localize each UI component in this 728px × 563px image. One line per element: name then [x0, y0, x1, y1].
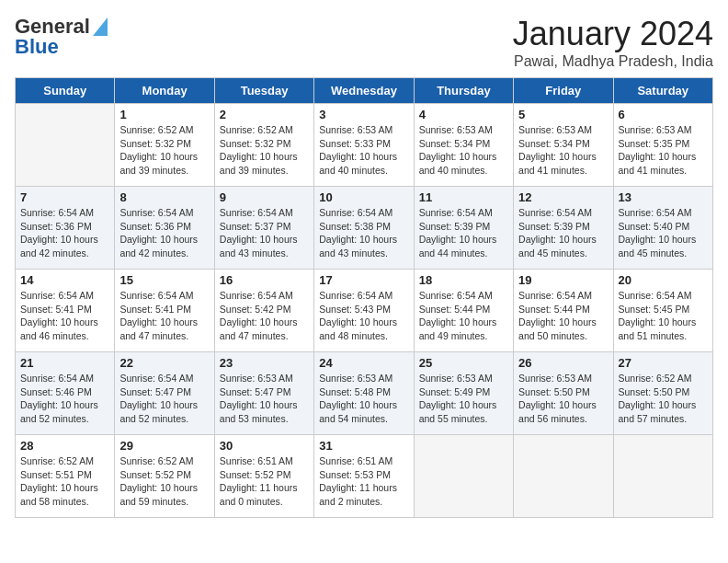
- calendar-day-cell: 14Sunrise: 6:54 AM Sunset: 5:41 PM Dayli…: [16, 270, 115, 352]
- calendar-day-cell: [16, 104, 115, 187]
- day-info: Sunrise: 6:54 AM Sunset: 5:45 PM Dayligh…: [619, 289, 708, 343]
- weekday-header-saturday: Saturday: [613, 78, 712, 104]
- day-info: Sunrise: 6:53 AM Sunset: 5:34 PM Dayligh…: [419, 123, 508, 178]
- day-number: 9: [220, 190, 309, 204]
- day-info: Sunrise: 6:52 AM Sunset: 5:52 PM Dayligh…: [119, 454, 209, 509]
- day-info: Sunrise: 6:51 AM Sunset: 5:53 PM Dayligh…: [319, 454, 408, 509]
- day-info: Sunrise: 6:54 AM Sunset: 5:41 PM Dayligh…: [20, 289, 109, 343]
- calendar-week-row: 21Sunrise: 6:54 AM Sunset: 5:46 PM Dayli…: [16, 352, 713, 435]
- day-info: Sunrise: 6:53 AM Sunset: 5:35 PM Dayligh…: [619, 123, 708, 178]
- calendar-day-cell: 18Sunrise: 6:54 AM Sunset: 5:44 PM Dayli…: [414, 270, 513, 352]
- day-info: Sunrise: 6:51 AM Sunset: 5:52 PM Dayligh…: [220, 454, 309, 509]
- day-number: 4: [419, 108, 508, 121]
- day-info: Sunrise: 6:54 AM Sunset: 5:46 PM Dayligh…: [20, 372, 109, 426]
- weekday-header-friday: Friday: [514, 78, 613, 104]
- calendar-day-cell: 28Sunrise: 6:52 AM Sunset: 5:51 PM Dayli…: [16, 435, 115, 518]
- day-number: 12: [518, 190, 608, 204]
- day-info: Sunrise: 6:52 AM Sunset: 5:50 PM Dayligh…: [619, 372, 708, 426]
- day-number: 7: [20, 190, 109, 204]
- day-info: Sunrise: 6:54 AM Sunset: 5:38 PM Dayligh…: [319, 206, 408, 260]
- calendar-day-cell: 7Sunrise: 6:54 AM Sunset: 5:36 PM Daylig…: [16, 187, 115, 270]
- day-number: 30: [220, 439, 309, 453]
- day-number: 22: [119, 356, 209, 370]
- day-info: Sunrise: 6:54 AM Sunset: 5:39 PM Dayligh…: [518, 206, 608, 260]
- calendar-day-cell: 3Sunrise: 6:53 AM Sunset: 5:33 PM Daylig…: [314, 104, 414, 187]
- day-info: Sunrise: 6:54 AM Sunset: 5:40 PM Dayligh…: [619, 206, 708, 260]
- day-number: 31: [319, 439, 408, 453]
- weekday-header-sunday: Sunday: [16, 78, 115, 104]
- calendar-day-cell: 10Sunrise: 6:54 AM Sunset: 5:38 PM Dayli…: [314, 187, 414, 270]
- calendar-week-row: 28Sunrise: 6:52 AM Sunset: 5:51 PM Dayli…: [16, 435, 713, 518]
- month-title: January 2024: [513, 15, 713, 53]
- location: Pawai, Madhya Pradesh, India: [513, 53, 713, 70]
- calendar-day-cell: 2Sunrise: 6:52 AM Sunset: 5:32 PM Daylig…: [214, 104, 313, 187]
- weekday-header-tuesday: Tuesday: [214, 78, 313, 104]
- day-number: 21: [20, 356, 109, 370]
- day-info: Sunrise: 6:52 AM Sunset: 5:32 PM Dayligh…: [119, 123, 209, 178]
- day-number: 15: [119, 273, 209, 287]
- calendar-day-cell: 13Sunrise: 6:54 AM Sunset: 5:40 PM Dayli…: [613, 187, 712, 270]
- calendar-day-cell: [414, 435, 513, 518]
- day-number: 24: [319, 356, 408, 370]
- calendar-week-row: 14Sunrise: 6:54 AM Sunset: 5:41 PM Dayli…: [16, 270, 713, 352]
- logo: General Blue: [15, 15, 108, 59]
- calendar-day-cell: 29Sunrise: 6:52 AM Sunset: 5:52 PM Dayli…: [115, 435, 214, 518]
- day-number: 25: [419, 356, 508, 370]
- day-info: Sunrise: 6:54 AM Sunset: 5:43 PM Dayligh…: [319, 289, 408, 343]
- calendar-day-cell: 11Sunrise: 6:54 AM Sunset: 5:39 PM Dayli…: [414, 187, 513, 270]
- calendar-day-cell: 5Sunrise: 6:53 AM Sunset: 5:34 PM Daylig…: [514, 104, 613, 187]
- calendar-day-cell: 12Sunrise: 6:54 AM Sunset: 5:39 PM Dayli…: [514, 187, 613, 270]
- day-number: 13: [619, 190, 708, 204]
- page-header: General Blue January 2024 Pawai, Madhya …: [15, 15, 713, 70]
- day-number: 11: [419, 190, 508, 204]
- day-info: Sunrise: 6:54 AM Sunset: 5:36 PM Dayligh…: [119, 206, 209, 260]
- calendar-day-cell: 9Sunrise: 6:54 AM Sunset: 5:37 PM Daylig…: [214, 187, 313, 270]
- day-info: Sunrise: 6:54 AM Sunset: 5:41 PM Dayligh…: [119, 289, 209, 343]
- weekday-header-thursday: Thursday: [414, 78, 513, 104]
- day-info: Sunrise: 6:53 AM Sunset: 5:48 PM Dayligh…: [319, 372, 408, 426]
- logo-triangle-icon: [93, 17, 108, 40]
- calendar-day-cell: 15Sunrise: 6:54 AM Sunset: 5:41 PM Dayli…: [115, 270, 214, 352]
- title-block: January 2024 Pawai, Madhya Pradesh, Indi…: [513, 15, 713, 70]
- calendar-day-cell: 20Sunrise: 6:54 AM Sunset: 5:45 PM Dayli…: [613, 270, 712, 352]
- day-number: 29: [119, 439, 209, 453]
- calendar-day-cell: 31Sunrise: 6:51 AM Sunset: 5:53 PM Dayli…: [314, 435, 414, 518]
- day-info: Sunrise: 6:53 AM Sunset: 5:34 PM Dayligh…: [518, 123, 608, 178]
- day-number: 28: [20, 439, 109, 453]
- calendar-week-row: 1Sunrise: 6:52 AM Sunset: 5:32 PM Daylig…: [16, 104, 713, 187]
- calendar-day-cell: 6Sunrise: 6:53 AM Sunset: 5:35 PM Daylig…: [613, 104, 712, 187]
- day-number: 1: [119, 108, 209, 121]
- logo-text-blue: Blue: [15, 35, 59, 59]
- day-info: Sunrise: 6:53 AM Sunset: 5:49 PM Dayligh…: [419, 372, 508, 426]
- day-number: 8: [119, 190, 209, 204]
- day-number: 6: [619, 108, 708, 121]
- calendar-day-cell: 27Sunrise: 6:52 AM Sunset: 5:50 PM Dayli…: [613, 352, 712, 435]
- calendar-day-cell: 16Sunrise: 6:54 AM Sunset: 5:42 PM Dayli…: [214, 270, 313, 352]
- calendar-body: 1Sunrise: 6:52 AM Sunset: 5:32 PM Daylig…: [16, 104, 713, 518]
- day-number: 23: [220, 356, 309, 370]
- calendar-day-cell: 8Sunrise: 6:54 AM Sunset: 5:36 PM Daylig…: [115, 187, 214, 270]
- day-info: Sunrise: 6:54 AM Sunset: 5:47 PM Dayligh…: [119, 372, 209, 426]
- day-info: Sunrise: 6:52 AM Sunset: 5:32 PM Dayligh…: [220, 123, 309, 178]
- day-number: 20: [619, 273, 708, 287]
- day-number: 26: [518, 356, 608, 370]
- day-number: 14: [20, 273, 109, 287]
- day-info: Sunrise: 6:54 AM Sunset: 5:39 PM Dayligh…: [419, 206, 508, 260]
- day-info: Sunrise: 6:54 AM Sunset: 5:36 PM Dayligh…: [20, 206, 109, 260]
- calendar-table: SundayMondayTuesdayWednesdayThursdayFrid…: [15, 77, 713, 518]
- calendar-day-cell: 26Sunrise: 6:53 AM Sunset: 5:50 PM Dayli…: [514, 352, 613, 435]
- day-number: 10: [319, 190, 408, 204]
- calendar-day-cell: 17Sunrise: 6:54 AM Sunset: 5:43 PM Dayli…: [314, 270, 414, 352]
- day-info: Sunrise: 6:54 AM Sunset: 5:44 PM Dayligh…: [419, 289, 508, 343]
- weekday-header-wednesday: Wednesday: [314, 78, 414, 104]
- day-info: Sunrise: 6:54 AM Sunset: 5:37 PM Dayligh…: [220, 206, 309, 260]
- weekday-header-monday: Monday: [115, 78, 214, 104]
- calendar-day-cell: 24Sunrise: 6:53 AM Sunset: 5:48 PM Dayli…: [314, 352, 414, 435]
- day-info: Sunrise: 6:53 AM Sunset: 5:50 PM Dayligh…: [518, 372, 608, 426]
- calendar-day-cell: 25Sunrise: 6:53 AM Sunset: 5:49 PM Dayli…: [414, 352, 513, 435]
- day-info: Sunrise: 6:53 AM Sunset: 5:33 PM Dayligh…: [319, 123, 408, 178]
- day-info: Sunrise: 6:52 AM Sunset: 5:51 PM Dayligh…: [20, 454, 109, 509]
- day-number: 27: [619, 356, 708, 370]
- svg-marker-0: [93, 17, 108, 36]
- calendar-header-row: SundayMondayTuesdayWednesdayThursdayFrid…: [16, 78, 713, 104]
